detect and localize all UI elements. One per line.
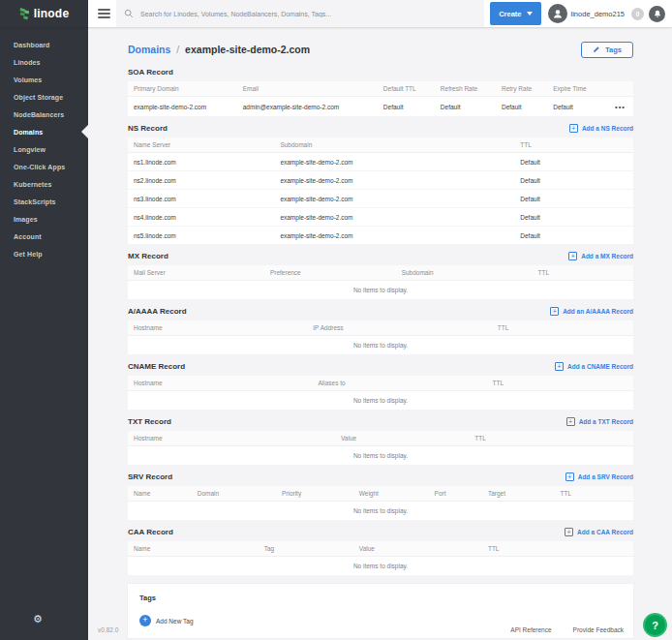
settings-gear-icon[interactable]: ⚙ (33, 614, 43, 625)
sidebar-item-label: Kubernetes (14, 181, 52, 188)
column-header: TTL (555, 486, 633, 502)
sidebar-item-domains[interactable]: Domains (0, 123, 88, 140)
sidebar-item-linodes[interactable]: Linodes (0, 53, 88, 71)
table-empty-row: No items to display. (128, 391, 633, 411)
sidebar-item-dashboard[interactable]: Dashboard (0, 36, 88, 53)
column-header: Expire Time (547, 81, 608, 97)
sidebar-item-label: Domains (14, 129, 43, 136)
notification-count-badge[interactable]: 0 (631, 8, 644, 20)
empty-state-text: No items to display. (128, 446, 633, 466)
table-cell: ns3.linode.com (128, 190, 274, 208)
table-row: ns1.linode.comexample-site-demo-2.comDef… (128, 153, 633, 171)
breadcrumb-domains-link[interactable]: Domains (128, 44, 170, 55)
page-title: example-site-demo-2.com (185, 44, 310, 55)
empty-state-text: No items to display. (128, 281, 633, 300)
add-record-link-caa-record[interactable]: +Add a CAA Record (565, 528, 633, 536)
column-header: IP Address (307, 320, 492, 336)
section-a-aaaa-record: A/AAAA Record+Add an A/AAAA RecordHostna… (128, 300, 633, 355)
create-button[interactable]: Create (490, 2, 540, 25)
section-title: CNAME Record (128, 362, 185, 371)
add-record-link-cname-record[interactable]: +Add a CNAME Record (555, 362, 633, 371)
linode-logo[interactable]: linode (0, 0, 88, 27)
section-title: CAA Record (128, 528, 173, 536)
create-button-label: Create (499, 10, 521, 18)
table-srv-record: NameDomainPriorityWeightPortTargetTTLNo … (128, 486, 633, 521)
column-header: Value (353, 541, 482, 557)
section-title: SOA Record (128, 68, 173, 76)
sidebar-item-stackscripts[interactable]: StackScripts (0, 193, 88, 210)
table-row: ns2.linode.comexample-site-demo-2.comDef… (128, 171, 633, 190)
search-icon (124, 9, 134, 18)
linode-logo-text: linode (34, 7, 70, 20)
sidebar-item-longview[interactable]: Longview (0, 140, 88, 158)
sidebar-item-get-help[interactable]: Get Help (0, 245, 88, 262)
table-row: ns3.linode.comexample-site-demo-2.comDef… (128, 190, 633, 208)
section-mx-record: MX Record+Add a MX RecordMail ServerPref… (128, 245, 633, 300)
menu-toggle-button[interactable] (91, 0, 116, 27)
sidebar-item-images[interactable]: Images (0, 210, 88, 228)
sidebar-item-object-storage[interactable]: Object Storage (0, 88, 88, 106)
sidebar-item-volumes[interactable]: Volumes (0, 71, 88, 88)
sidebar-item-label: Dashboard (14, 42, 49, 48)
add-record-label: Add a MX Record (581, 253, 633, 259)
column-header: Primary Domain (128, 81, 237, 97)
column-header: Target (482, 486, 555, 502)
table-cell: admin@example-site-demo-2.com (237, 97, 378, 117)
table-cell: Default (547, 97, 608, 117)
sidebar-item-label: Volumes (14, 76, 42, 83)
top-bar: linode Create linode_demo215 0 (0, 0, 672, 27)
add-record-plus-icon: + (555, 362, 564, 371)
table-ns-record: Name ServerSubdomainTTLns1.linode.comexa… (128, 137, 633, 245)
sidebar-item-label: Get Help (14, 251, 43, 258)
table-cell: Default (514, 171, 633, 190)
column-header: Port (429, 486, 482, 502)
table-cell: ns1.linode.com (128, 153, 274, 171)
column-header: Name (128, 486, 192, 502)
sidebar-item-account[interactable]: Account (0, 228, 88, 245)
add-record-label: Add an A/AAAA Record (563, 308, 633, 315)
sidebar-item-nodebalancers[interactable]: NodeBalancers (0, 106, 88, 123)
add-record-link-txt-record[interactable]: +Add a TXT Record (566, 417, 633, 426)
add-record-link-srv-record[interactable]: +Add a SRV Record (565, 472, 633, 481)
user-avatar[interactable] (548, 4, 567, 23)
column-header: Name Server (128, 137, 274, 153)
add-record-link-mx-record[interactable]: +Add a MX Record (568, 252, 633, 260)
row-action-menu-icon[interactable]: ••• (608, 97, 633, 117)
search-bar[interactable] (116, 0, 484, 27)
section-srv-record: SRV Record+Add a SRV RecordNameDomainPri… (128, 466, 633, 521)
column-header: TTL (514, 137, 633, 153)
main-content: Domains / example-site-demo-2.com Tags S… (88, 27, 672, 640)
username[interactable]: linode_demo215 (571, 10, 625, 18)
api-reference-link[interactable]: API Reference (510, 626, 551, 633)
sidebar-item-kubernetes[interactable]: Kubernetes (0, 175, 88, 193)
sidebar-item-label: Linodes (14, 59, 41, 66)
edit-tags-button[interactable]: Tags (581, 42, 633, 58)
table-cell: Default (496, 97, 547, 117)
table-cell: example-site-demo-2.com (128, 97, 237, 117)
column-header: TTL (487, 376, 633, 391)
column-header: Value (335, 431, 469, 446)
sidebar-item-one-click-apps[interactable]: One-Click Apps (0, 158, 88, 175)
column-header: TTL (482, 541, 633, 557)
breadcrumb: Domains / example-site-demo-2.com (128, 44, 310, 55)
table-cell: ns5.linode.com (128, 227, 274, 245)
add-record-link-a-aaaa-record[interactable]: +Add an A/AAAA Record (550, 307, 633, 316)
column-header: TTL (492, 320, 633, 336)
record-sections: SOA RecordPrimary DomainEmailDefault TTL… (128, 61, 633, 576)
column-header: Weight (353, 486, 429, 502)
column-header: Mail Server (128, 265, 264, 281)
notifications-bell-icon[interactable] (649, 6, 665, 22)
provide-feedback-link[interactable]: Provide Feedback (573, 626, 624, 633)
help-beacon-button[interactable]: ? (643, 613, 667, 637)
table-cell: Default (514, 227, 633, 245)
table-cell: ns4.linode.com (128, 208, 274, 227)
add-record-plus-icon: + (566, 417, 575, 426)
add-record-plus-icon: + (569, 124, 578, 133)
column-header: Tag (259, 541, 353, 557)
add-record-link-ns-record[interactable]: +Add a NS Record (569, 124, 633, 133)
sidebar-nav: DashboardLinodesVolumesObject StorageNod… (0, 27, 88, 262)
column-header: Subdomain (396, 265, 533, 281)
search-input[interactable] (138, 10, 476, 18)
section-title: TXT Record (128, 417, 171, 426)
breadcrumb-separator: / (176, 44, 179, 55)
